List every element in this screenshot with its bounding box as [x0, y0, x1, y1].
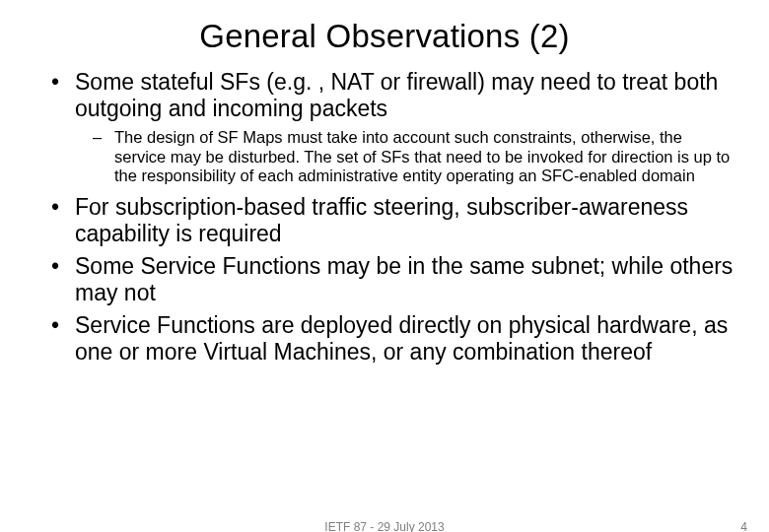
bullet-text: Some Service Functions may be in the sam…	[75, 253, 733, 305]
slide: General Observations (2) Some stateful S…	[0, 18, 769, 532]
bullet-text: Some stateful SFs (e.g. , NAT or firewal…	[75, 69, 718, 121]
sub-bullet-list: The design of SF Maps must take into acc…	[75, 128, 734, 185]
slide-body: Some stateful SFs (e.g. , NAT or firewal…	[0, 69, 769, 366]
bullet-text: Service Functions are deployed directly …	[75, 312, 728, 365]
bullet-item: Service Functions are deployed directly …	[35, 312, 734, 366]
footer-center: IETF 87 - 29 July 2013	[0, 520, 769, 532]
bullet-item: For subscription-based traffic steering,…	[35, 194, 734, 247]
page-number: 4	[740, 520, 747, 532]
bullet-item: Some Service Functions may be in the sam…	[35, 253, 734, 306]
bullet-text: For subscription-based traffic steering,…	[75, 194, 688, 246]
slide-title: General Observations (2)	[0, 18, 769, 55]
bullet-list: Some stateful SFs (e.g. , NAT or firewal…	[35, 69, 734, 366]
sub-bullet-item: The design of SF Maps must take into acc…	[75, 128, 734, 185]
bullet-item: Some stateful SFs (e.g. , NAT or firewal…	[35, 69, 734, 186]
sub-bullet-text: The design of SF Maps must take into acc…	[114, 128, 730, 184]
